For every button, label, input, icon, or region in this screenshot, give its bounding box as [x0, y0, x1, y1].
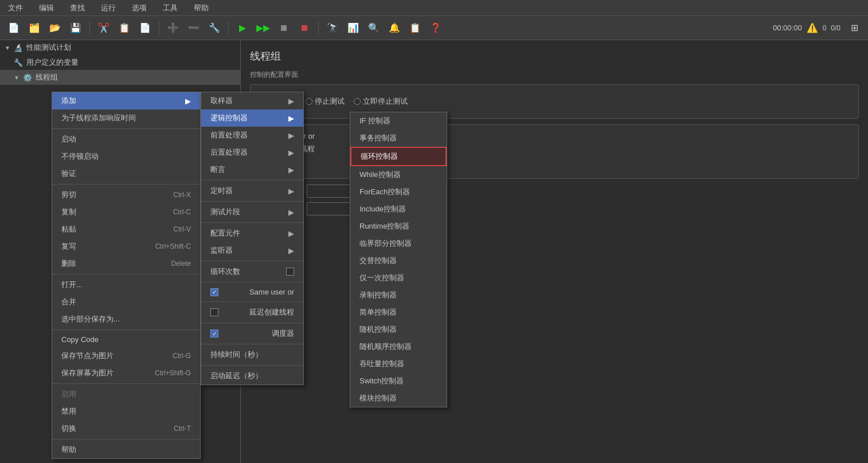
menu-options[interactable]: 选项 — [128, 2, 150, 14]
submenu-startup-delay-label: 启动延迟（秒） — [210, 371, 263, 381]
menu-duplicate-shortcut: Ctrl+Shift-C — [155, 242, 191, 250]
clear-button[interactable]: 🔧 — [205, 19, 224, 37]
submenu-loop-count-label: 循环次数 — [210, 266, 240, 277]
menu-add[interactable]: 添加 ▶ — [52, 92, 200, 109]
menu-find[interactable]: 查找 — [67, 2, 88, 14]
logic-loop[interactable]: 循环控制器 — [350, 147, 447, 166]
radio-stop-test[interactable]: 停止测试 — [306, 96, 345, 107]
logic-module[interactable]: 模块控制器 — [350, 390, 447, 407]
menu-help[interactable]: 帮助 — [190, 2, 212, 14]
submenu-same-user[interactable]: Same user or — [201, 284, 303, 300]
scheduler-cb[interactable] — [210, 329, 218, 338]
open-button[interactable]: 📂 — [46, 19, 64, 37]
cut-button[interactable]: ✂️ — [95, 19, 113, 37]
report-button[interactable]: 📊 — [344, 19, 362, 37]
logic-while[interactable]: While控制器 — [350, 166, 447, 183]
menu-toggle[interactable]: 切换 Ctrl-T — [52, 420, 200, 437]
menu-tools[interactable]: 工具 — [159, 2, 181, 14]
submenu-delay-create[interactable]: 延迟创建线程 — [201, 304, 303, 321]
submenu-logic[interactable]: 逻辑控制器 ▶ — [201, 109, 303, 127]
logic-transaction[interactable]: 事务控制器 — [350, 130, 447, 147]
submenu-pre-processor[interactable]: 前置处理器 ▶ — [201, 127, 303, 144]
submenu-listener[interactable]: 监听器 ▶ — [201, 242, 303, 259]
shutdown-button[interactable]: ⏹ — [295, 19, 314, 37]
menu-open[interactable]: 打开... — [52, 276, 200, 293]
menu-merge[interactable]: 合并 — [52, 293, 200, 311]
submenu-duration[interactable]: 持续时间（秒） — [201, 346, 303, 363]
menu-save-screen-image[interactable]: 保存屏幕为图片 Ctrl+Shift-G — [52, 364, 200, 382]
menu-run[interactable]: 运行 — [97, 2, 119, 14]
menu-verify[interactable]: 验证 — [52, 165, 200, 182]
open-template-button[interactable]: 🗂️ — [25, 19, 44, 37]
submenu-post-processor[interactable]: 后置处理器 ▶ — [201, 144, 303, 161]
logic-if[interactable]: IF 控制器 — [350, 112, 447, 130]
submenu-timer[interactable]: 定时器 ▶ — [201, 182, 303, 199]
menu-cut[interactable]: 剪切 Ctrl-X — [52, 186, 200, 203]
search-button[interactable]: 🔍 — [365, 19, 383, 37]
menu-edit[interactable]: 编辑 — [36, 2, 57, 14]
menu-copy-code[interactable]: Copy Code — [52, 332, 200, 347]
logic-foreach[interactable]: ForEach控制器 — [350, 183, 447, 201]
tree-root[interactable]: ▼ 🔬 性能测试计划 — [0, 40, 240, 55]
run-no-pause-button[interactable]: ▶▶ — [254, 19, 272, 37]
logic-switch[interactable]: Switch控制器 — [350, 372, 447, 390]
logic-throughput[interactable]: 吞吐量控制器 — [350, 355, 447, 372]
menu-save-node-image[interactable]: 保存节点为图片 Ctrl-G — [52, 347, 200, 364]
menu-delete[interactable]: 删除 Delete — [52, 255, 200, 272]
expand-button[interactable]: ⊞ — [845, 19, 863, 37]
tree-thread-group[interactable]: ▼ ⚙️ 线程组 — [0, 70, 240, 85]
radio-immediate-stop[interactable]: 立即停止测试 — [354, 96, 408, 107]
logic-once-only[interactable]: 仅一次控制器 — [350, 269, 447, 287]
menu-help[interactable]: 帮助 — [52, 441, 200, 458]
menu-copy[interactable]: 复制 Ctrl-C — [52, 203, 200, 221]
menu-save-node-image-shortcut: Ctrl-G — [173, 352, 191, 360]
run-button[interactable]: ▶ — [233, 19, 252, 37]
loop-count-cb[interactable] — [286, 268, 294, 276]
add-button[interactable]: ➕ — [164, 19, 182, 37]
config-note: 控制的配置界面 — [250, 70, 859, 80]
radio-immediate-stop-circle — [354, 98, 361, 105]
tree-user-vars[interactable]: 🔧 用户定义的变量 — [0, 55, 240, 70]
submenu-sampler[interactable]: 取样器 ▶ — [201, 92, 303, 109]
logic-interleave[interactable]: 交替控制器 — [350, 252, 447, 269]
menu-start-no-pause[interactable]: 不停顿启动 — [52, 148, 200, 165]
submenu-loop-count[interactable]: 循环次数 — [201, 263, 303, 280]
menu-toggle-label: 切换 — [61, 423, 76, 434]
logic-random-order[interactable]: 随机顺序控制器 — [350, 338, 447, 355]
menu-enable: 启用 — [52, 386, 200, 403]
menu-save-selected[interactable]: 选中部分保存为... — [52, 311, 200, 328]
logic-random[interactable]: 随机控制器 — [350, 321, 447, 338]
new-button[interactable]: 📄 — [5, 19, 23, 37]
help-button[interactable]: ❓ — [427, 19, 445, 37]
save-button[interactable]: 💾 — [67, 19, 85, 37]
logic-runtime[interactable]: Runtime控制器 — [350, 218, 447, 235]
submenu-duration-label: 持续时间（秒） — [210, 350, 263, 360]
menu-file[interactable]: 文件 — [5, 2, 26, 14]
logic-recording[interactable]: 录制控制器 — [350, 287, 447, 304]
menu-disable[interactable]: 禁用 — [52, 403, 200, 420]
menu-add-response-time[interactable]: 为子线程添加响应时间 — [52, 109, 200, 127]
logic-include[interactable]: Include控制器 — [350, 201, 447, 218]
submenu-assertion[interactable]: 断言 ▶ — [201, 161, 303, 178]
right-panel: 线程组 控制的配置界面 停止线程 停止测试 立即停止测试 — [241, 40, 868, 463]
copy-button[interactable]: 📋 — [115, 19, 134, 37]
submenu-config-element[interactable]: 配置元件 ▶ — [201, 225, 303, 242]
submenu-startup-delay[interactable]: 启动延迟（秒） — [201, 367, 303, 384]
menu-start[interactable]: 启动 — [52, 131, 200, 148]
stop-button[interactable]: ⏹ — [275, 19, 293, 37]
remove-button[interactable]: ➖ — [185, 19, 203, 37]
paste-button[interactable]: 📄 — [136, 19, 154, 37]
menu-duplicate[interactable]: 复写 Ctrl+Shift-C — [52, 238, 200, 255]
logic-simple[interactable]: 简单控制器 — [350, 304, 447, 321]
logic-critical[interactable]: 临界部分控制器 — [350, 235, 447, 252]
browse-button[interactable]: 🔭 — [323, 19, 342, 37]
bell-button[interactable]: 🔔 — [385, 19, 404, 37]
delay-create-cb[interactable] — [210, 308, 218, 316]
config-section-1: 停止线程 停止测试 立即停止测试 — [250, 84, 859, 119]
logic-include-label: Include控制器 — [359, 204, 406, 214]
same-user-cb[interactable] — [210, 288, 218, 296]
log-button[interactable]: 📋 — [406, 19, 424, 37]
menu-paste[interactable]: 粘贴 Ctrl-V — [52, 221, 200, 238]
submenu-scheduler[interactable]: 调度器 — [201, 325, 303, 342]
submenu-test-fragment[interactable]: 测试片段 ▶ — [201, 203, 303, 221]
